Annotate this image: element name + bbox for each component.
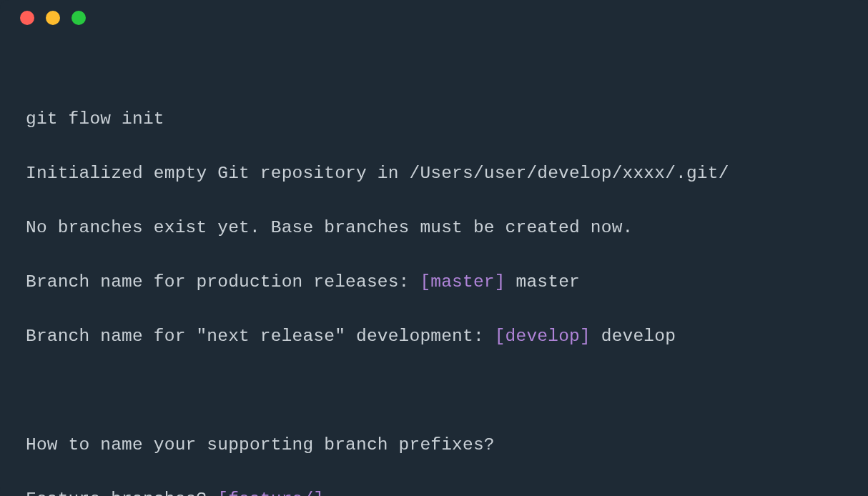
prompt-text: Feature branches? (26, 490, 217, 496)
term-line-feature: Feature branches? [feature/] (26, 486, 842, 496)
term-line-prod: Branch name for production releases: [ma… (26, 269, 842, 296)
term-line-dev: Branch name for "next release" developme… (26, 323, 842, 350)
prompt-text: Branch name for production releases: (26, 272, 420, 292)
default-develop: [develop] (495, 327, 591, 346)
terminal-output[interactable]: git flow init Initialized empty Git repo… (0, 36, 868, 496)
maximize-icon[interactable] (71, 11, 86, 25)
term-line-command: git flow init (26, 106, 842, 133)
term-line-nobranch: No branches exist yet. Base branches mus… (26, 214, 842, 242)
default-master: [master] (420, 272, 505, 292)
terminal-window: git flow init Initialized empty Git repo… (0, 0, 868, 496)
prompt-text: Branch name for "next release" developme… (26, 327, 495, 346)
term-line-prefixq: How to name your supporting branch prefi… (26, 432, 842, 459)
input-master: master (505, 272, 580, 292)
blank-line (26, 377, 842, 405)
minimize-icon[interactable] (46, 11, 60, 25)
input-develop: develop (591, 327, 676, 346)
window-titlebar (0, 0, 868, 36)
default-feature: [feature/] (217, 490, 324, 496)
close-icon[interactable] (20, 11, 34, 25)
term-line-initrepo: Initialized empty Git repository in /Use… (26, 160, 842, 187)
